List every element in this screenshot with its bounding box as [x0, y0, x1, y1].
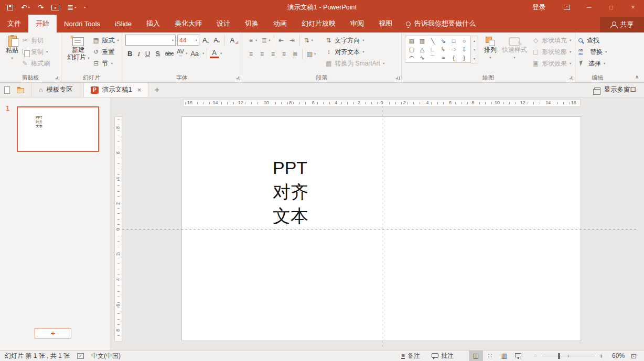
zoom-percentage[interactable]: 60%: [606, 352, 628, 359]
replace-button[interactable]: abac替换▾: [578, 46, 607, 58]
bullets-button[interactable]: ≡▾: [245, 37, 259, 43]
ribbon-tab[interactable]: 美化大师: [167, 15, 209, 32]
shape-outline-button[interactable]: ▢形状轮廓▾: [532, 46, 571, 58]
undo-button[interactable]: ↶▾: [21, 4, 30, 11]
section-button[interactable]: ⊟节▾: [92, 58, 119, 69]
open-folder-button[interactable]: [14, 83, 27, 97]
zoom-in-button[interactable]: +: [597, 352, 606, 360]
minimize-button[interactable]: ─: [578, 0, 600, 15]
numbering-button[interactable]: ≣▾: [259, 37, 272, 43]
ribbon-tab[interactable]: Nordri Tools: [57, 15, 108, 32]
layout-button[interactable]: ▤版式▾: [92, 35, 119, 46]
text-shadow-button[interactable]: S: [153, 50, 162, 57]
vertical-guide[interactable]: [382, 102, 382, 347]
shape-gallery-item[interactable]: {: [448, 53, 459, 62]
template-zone-tab[interactable]: ⌂ 模板专区: [31, 83, 80, 97]
distribute-button[interactable]: ≣: [289, 51, 300, 57]
shape-gallery-item[interactable]: ∿: [417, 53, 427, 62]
ribbon-tab[interactable]: 文件: [0, 15, 28, 32]
font-color-button[interactable]: A: [210, 49, 219, 58]
share-button[interactable]: 共享: [600, 17, 644, 32]
dialog-launcher-icon[interactable]: [237, 76, 240, 80]
bold-button[interactable]: B: [125, 50, 134, 57]
align-text-button[interactable]: ↕对齐文本▾: [325, 46, 384, 58]
select-button[interactable]: 选择▾: [578, 58, 607, 69]
line-spacing-button[interactable]: ⇅▾: [302, 37, 315, 43]
ribbon-tab[interactable]: 审阅: [343, 15, 371, 32]
ribbon-tab[interactable]: 切换: [238, 15, 266, 32]
shape-gallery-item[interactable]: ▤: [406, 37, 417, 45]
shape-gallery-item[interactable]: ▥: [417, 37, 427, 45]
zoom-slider[interactable]: [542, 356, 595, 356]
document-tab[interactable]: P 演示文稿1 ×: [83, 83, 149, 97]
cut-button[interactable]: ✂剪切: [21, 35, 50, 46]
gallery-more-icon[interactable]: ▾: [471, 54, 478, 63]
dialog-launcher-icon[interactable]: [396, 76, 400, 80]
slideshow-view-button[interactable]: [511, 351, 525, 361]
shape-gallery-item[interactable]: ⇩: [459, 45, 469, 53]
close-button[interactable]: ×: [622, 0, 644, 15]
shape-gallery-item[interactable]: ≈: [438, 53, 448, 62]
decrease-font-size-button[interactable]: A▾: [212, 37, 221, 43]
arrange-button[interactable]: 排列 ▾: [481, 35, 499, 62]
shape-gallery-item[interactable]: □: [448, 37, 459, 45]
reset-button[interactable]: ↺重置: [92, 46, 119, 58]
copy-button[interactable]: 复制▾: [21, 46, 50, 58]
zoom-slider-thumb[interactable]: [558, 353, 560, 359]
slide-text-box[interactable]: PPT对齐文本: [273, 156, 308, 228]
comments-button[interactable]: 批注: [426, 352, 459, 360]
convert-to-smartart-button[interactable]: ▦转换为 SmartArt▾: [325, 58, 384, 69]
customize-qat-button[interactable]: ▾: [84, 6, 85, 9]
ribbon-tab[interactable]: 开始: [28, 15, 57, 32]
shape-gallery-item[interactable]: }: [459, 53, 469, 62]
login-button[interactable]: 登录: [522, 3, 556, 12]
show-multiple-windows-button[interactable]: 显示多窗口: [587, 83, 644, 97]
decrease-indent-button[interactable]: ⇤: [276, 37, 287, 43]
new-slide-button[interactable]: 新建 幻灯片 ▾: [65, 35, 92, 63]
shape-effects-button[interactable]: ▣形状效果▾: [532, 58, 571, 69]
font-name-combobox[interactable]: ▾: [125, 35, 176, 46]
save-button[interactable]: [7, 5, 13, 10]
ribbon-tab[interactable]: iSlide: [108, 15, 139, 32]
zoom-out-button[interactable]: −: [531, 352, 540, 360]
columns-button[interactable]: ▥▾: [304, 51, 317, 57]
shape-gallery-item[interactable]: ◠: [406, 53, 417, 62]
scroll-up-icon[interactable]: ▴: [471, 36, 478, 45]
language-status[interactable]: 中文(中国): [91, 352, 121, 360]
shape-gallery-item[interactable]: ╲: [427, 37, 438, 45]
align-left-button[interactable]: ≡: [245, 51, 256, 57]
increase-indent-button[interactable]: ⇥: [287, 37, 298, 43]
justify-button[interactable]: ≡: [278, 51, 289, 57]
add-slide-button[interactable]: +: [35, 328, 71, 338]
dialog-launcher-icon[interactable]: [56, 76, 59, 80]
slide-thumbnail[interactable]: PPT对齐文本: [17, 106, 99, 152]
underline-button[interactable]: U: [143, 50, 152, 57]
increase-font-size-button[interactable]: A▴: [201, 37, 210, 43]
quick-styles-button[interactable]: 快速样式 ▾: [499, 35, 530, 62]
fit-to-window-icon[interactable]: ⊡: [628, 352, 640, 360]
reading-view-button[interactable]: ▥: [497, 351, 511, 361]
font-size-combobox[interactable]: 44▾: [177, 35, 199, 46]
ribbon-tab[interactable]: 设计: [209, 15, 238, 32]
maximize-button[interactable]: □: [600, 0, 622, 15]
shape-gallery-item[interactable]: ▢: [406, 45, 417, 53]
tell-me-box[interactable]: 告诉我你想要做什么: [400, 15, 482, 32]
shape-gallery-item[interactable]: ∟: [427, 45, 438, 53]
shape-gallery-item[interactable]: ↳: [438, 45, 448, 53]
spell-check-icon[interactable]: ✓: [77, 353, 84, 359]
format-painter-button[interactable]: ✎格式刷: [21, 58, 50, 69]
redo-button[interactable]: ↷: [38, 4, 44, 11]
slide-sorter-view-button[interactable]: ∷: [483, 351, 497, 361]
notes-button[interactable]: ≡备注: [395, 352, 425, 360]
character-spacing-button[interactable]: AV↔: [177, 50, 184, 57]
shape-gallery-item[interactable]: ⌒: [427, 53, 438, 62]
text-direction-button[interactable]: ⇅文字方向▾: [325, 35, 384, 46]
collapse-ribbon-button[interactable]: ∧: [635, 74, 639, 80]
touch-mouse-mode-button[interactable]: ≣▾: [67, 4, 76, 11]
ribbon-tab[interactable]: 动画: [266, 15, 294, 32]
change-case-button[interactable]: Aa: [188, 50, 201, 57]
ribbon-tab[interactable]: 视图: [371, 15, 400, 32]
ribbon-tab[interactable]: 幻灯片放映: [294, 15, 343, 32]
dialog-launcher-icon[interactable]: [570, 76, 573, 80]
new-tab-button[interactable]: +: [148, 83, 165, 97]
